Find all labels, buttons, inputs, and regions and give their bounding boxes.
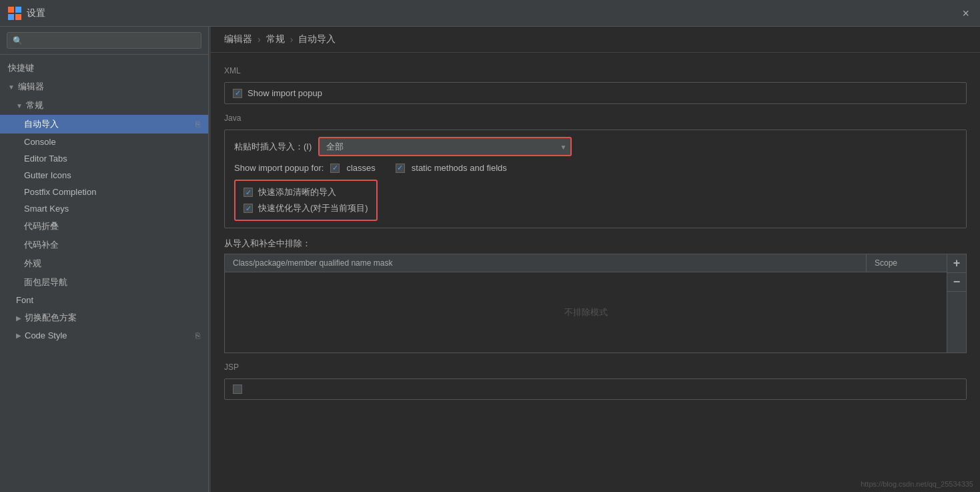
sidebar-item-shortcuts[interactable]: 快捷键 <box>0 59 208 77</box>
color-scheme-label: 切换配色方案 <box>25 312 77 324</box>
main-layout: 🔍 快捷键 ▼ 编辑器 ▼ 常规 自动导入 ⎘ <box>0 27 980 492</box>
show-import-popup-label: Show import popup <box>248 88 322 98</box>
search-wrapper[interactable]: 🔍 <box>7 32 201 49</box>
sidebar-item-smart-keys[interactable]: Smart Keys <box>0 200 208 217</box>
sidebar-item-editor[interactable]: ▼ 编辑器 <box>0 77 208 96</box>
sidebar-item-postfix-completion[interactable]: Postfix Completion <box>0 184 208 200</box>
breadcrumb-general: 常规 <box>266 33 285 45</box>
classes-label: classes <box>346 163 375 173</box>
java-section-label: Java <box>224 113 967 123</box>
code-style-copy-icon: ⎘ <box>195 331 200 340</box>
title-bar: 设置 × <box>0 0 980 27</box>
table-body: 不排除模式 <box>225 272 947 352</box>
paste-import-row: 粘贴时插入导入：(I) 全部 不插入导入 仅添加明确的导入 ▼ <box>234 137 957 156</box>
svg-rect-2 <box>8 14 14 20</box>
close-button[interactable]: × <box>962 6 969 20</box>
quick-opt-label: 快速优化导入(对于当前项目) <box>258 202 368 214</box>
add-exclude-button[interactable]: + <box>947 254 966 273</box>
sidebar-item-breadcrumbs[interactable]: 面包层导航 <box>0 273 208 292</box>
sidebar-item-font[interactable]: Font <box>0 292 208 308</box>
jsp-checkbox[interactable] <box>233 385 242 394</box>
app-icon <box>8 7 21 20</box>
sidebar: 🔍 快捷键 ▼ 编辑器 ▼ 常规 自动导入 ⎘ <box>0 27 209 492</box>
exclude-table-main: Class/package/member qualified name mask… <box>225 254 947 352</box>
import-popup-for-row: Show import popup for: classes static me… <box>234 163 957 173</box>
sidebar-item-console[interactable]: Console <box>0 134 208 150</box>
general-label: 常规 <box>26 99 43 111</box>
jsp-checkbox-row <box>233 385 958 394</box>
breadcrumb-auto-import: 自动导入 <box>298 33 336 45</box>
copy-icon: ⎘ <box>195 119 200 129</box>
search-bar: 🔍 <box>0 27 208 55</box>
sidebar-item-appearance[interactable]: 外观 <box>0 254 208 273</box>
xml-section-label: XML <box>224 66 967 75</box>
show-import-popup-row: Show import popup <box>233 88 958 98</box>
editor-tabs-label: Editor Tabs <box>24 154 67 164</box>
jsp-section-label: JSP <box>224 362 967 372</box>
sidebar-item-editor-tabs[interactable]: Editor Tabs <box>0 150 208 167</box>
quick-add-row: 快速添加清晰的导入 <box>243 186 368 198</box>
console-label: Console <box>24 137 56 147</box>
smart-keys-label: Smart Keys <box>24 204 69 214</box>
sidebar-item-color-scheme[interactable]: ▶ 切换配色方案 <box>0 308 208 327</box>
exclude-table-wrapper: Class/package/member qualified name mask… <box>224 254 967 353</box>
search-icon: 🔍 <box>13 36 23 45</box>
exclude-label: 从导入和补全中排除： <box>224 238 967 250</box>
quick-opt-row: 快速优化导入(对于当前项目) <box>243 202 368 214</box>
watermark: https://blog.csdn.net/qq_25534335 <box>861 480 973 488</box>
quick-add-label: 快速添加清晰的导入 <box>258 186 336 198</box>
code-style-label: Code Style <box>25 330 67 340</box>
sidebar-item-code-style[interactable]: ▶ Code Style ⎘ <box>0 327 208 344</box>
breadcrumbs-label: 面包层导航 <box>24 276 67 288</box>
gutter-icons-label: Gutter Icons <box>24 170 71 180</box>
search-input[interactable] <box>27 35 195 45</box>
table-col-scope: Scope <box>867 254 947 272</box>
sidebar-item-general[interactable]: ▼ 常规 <box>0 96 208 115</box>
breadcrumb: 编辑器 › 常规 › 自动导入 <box>211 27 980 53</box>
font-label: Font <box>16 295 33 305</box>
editor-label: 编辑器 <box>18 81 44 93</box>
svg-rect-1 <box>15 7 21 13</box>
show-import-popup-checkbox[interactable] <box>233 89 242 98</box>
static-checkbox[interactable] <box>396 164 405 173</box>
window-title: 设置 <box>27 7 45 19</box>
sidebar-item-code-fold[interactable]: 代码折叠 <box>0 217 208 236</box>
settings-content: XML Show import popup Java 粘贴时插入导入：(I) 全… <box>211 53 980 492</box>
import-popup-for-label: Show import popup for: <box>234 163 324 173</box>
general-arrow: ▼ <box>16 102 23 109</box>
sidebar-tree: 快捷键 ▼ 编辑器 ▼ 常规 自动导入 ⎘ Console <box>0 55 208 492</box>
empty-table-text: 不排除模式 <box>564 280 608 345</box>
code-fold-label: 代码折叠 <box>24 220 59 232</box>
svg-rect-3 <box>15 14 21 20</box>
quick-add-checkbox[interactable] <box>243 188 253 197</box>
table-col-mask: Class/package/member qualified name mask <box>225 254 867 272</box>
sidebar-item-gutter-icons[interactable]: Gutter Icons <box>0 167 208 184</box>
classes-checkbox[interactable] <box>330 164 340 173</box>
sidebar-item-auto-import[interactable]: 自动导入 ⎘ <box>0 115 208 134</box>
appearance-label: 外观 <box>24 258 41 270</box>
sidebar-item-code-complete[interactable]: 代码补全 <box>0 236 208 254</box>
code-complete-label: 代码补全 <box>24 239 59 251</box>
remove-exclude-button[interactable]: − <box>947 273 966 292</box>
auto-import-label: 自动导入 <box>24 118 59 130</box>
code-style-arrow: ▶ <box>16 332 21 339</box>
editor-arrow: ▼ <box>8 83 15 91</box>
table-side-actions: + − <box>947 254 966 352</box>
shortcuts-label: 快捷键 <box>8 62 34 74</box>
color-scheme-arrow: ▶ <box>16 314 21 322</box>
quick-opt-checkbox[interactable] <box>243 204 253 213</box>
breadcrumb-sep-1: › <box>258 34 261 45</box>
static-label: static methods and fields <box>412 163 507 173</box>
content-area: 编辑器 › 常规 › 自动导入 XML Show import popup Ja… <box>211 27 980 492</box>
import-select[interactable]: 全部 不插入导入 仅添加明确的导入 <box>318 137 572 156</box>
paste-label: 粘贴时插入导入：(I) <box>234 141 312 153</box>
breadcrumb-sep-2: › <box>290 34 294 45</box>
postfix-label: Postfix Completion <box>24 187 96 197</box>
select-wrapper: 全部 不插入导入 仅添加明确的导入 ▼ <box>318 137 572 156</box>
svg-rect-0 <box>8 7 14 13</box>
breadcrumb-editor: 编辑器 <box>224 33 252 45</box>
table-header: Class/package/member qualified name mask… <box>225 254 947 272</box>
